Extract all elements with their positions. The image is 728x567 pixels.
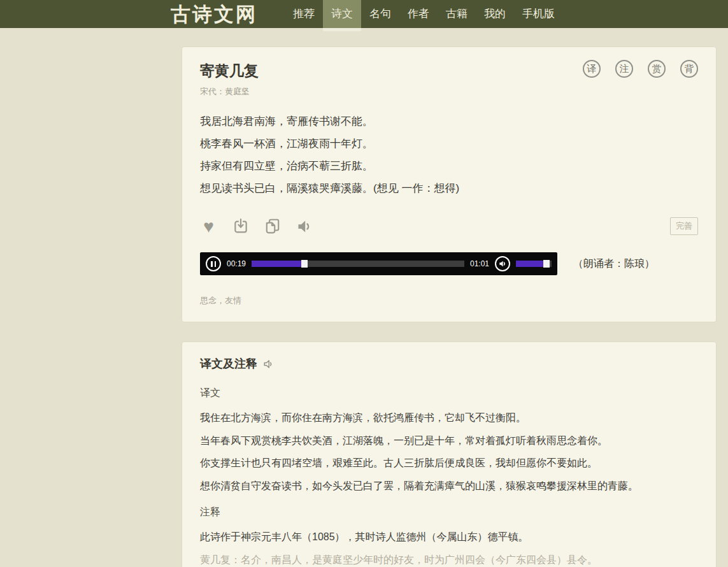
mute-button[interactable] — [495, 256, 510, 271]
play-audio-button[interactable] — [296, 218, 313, 235]
copy-button[interactable] — [264, 218, 281, 235]
nav-item[interactable]: 我的 — [476, 0, 514, 28]
current-time: 00:19 — [227, 259, 246, 268]
poem-line: 想见读书头已白，隔溪猿哭瘴溪藤。(想见 一作：想得) — [200, 177, 698, 199]
top-navbar: 古诗文网 推荐诗文名句作者古籍我的手机版 — [0, 0, 728, 28]
poem-action-row: ♥ 完善 — [200, 217, 698, 236]
translation-line: 当年春风下观赏桃李共饮美酒，江湖落魄，一别已是十年，常对着孤灯听着秋雨思念着你。 — [200, 429, 698, 452]
poem-line: 持家但有四立壁，治病不蕲三折肱。 — [200, 155, 698, 177]
poem-tags: 思念，友情 — [200, 295, 698, 306]
section-speaker-icon[interactable] — [262, 358, 275, 370]
poem-line: 我居北海君南海，寄雁传书谢不能。 — [200, 110, 698, 133]
progress-fill — [252, 261, 303, 267]
note-paragraphs: 此诗作于神宗元丰八年（1085），其时诗人监德州（今属山东）德平镇。黄几复：名介… — [200, 526, 698, 567]
translation-line: 我住在北方海滨，而你住在南方海滨，欲托鸿雁传书，它却飞不过衡阳。 — [200, 406, 698, 429]
site-logo[interactable]: 古诗文网 — [171, 0, 257, 28]
volume-fill — [516, 261, 545, 267]
subheading-translation: 译文 — [200, 387, 698, 400]
favorite-button[interactable]: ♥ — [200, 218, 217, 235]
audio-player-row: 00:19 01:01 （朗诵者：陈琅） — [200, 252, 698, 275]
download-icon — [232, 218, 249, 234]
dynasty-link[interactable]: 宋代 — [200, 87, 217, 96]
progress-track[interactable] — [252, 261, 464, 267]
pause-button[interactable] — [206, 256, 221, 271]
total-time: 01:01 — [470, 259, 489, 268]
nav-item[interactable]: 推荐 — [285, 0, 323, 28]
translation-line: 你支撑生计也只有四堵空墙，艰难至此。古人三折肱后便成良医，我却但愿你不要如此。 — [200, 452, 698, 475]
nav-item[interactable]: 手机版 — [514, 0, 563, 28]
poem-line: 桃李春风一杯酒，江湖夜雨十年灯。 — [200, 133, 698, 155]
copy-icon — [264, 218, 281, 234]
poem-body: 我居北海君南海，寄雁传书谢不能。桃李春风一杯酒，江湖夜雨十年灯。持家但有四立壁，… — [200, 110, 698, 199]
tag-item: 友情 — [225, 296, 241, 305]
speaker-icon — [296, 218, 313, 235]
poem-title: 寄黄几复 — [200, 62, 259, 79]
heart-icon: ♥ — [203, 218, 214, 235]
translation-card: 译文及注释 译文 我住在北方海滨，而你住在南方海滨，欲托鸿雁传书，它却飞不过衡阳… — [182, 341, 717, 567]
volume-track[interactable] — [516, 261, 552, 267]
seal-tool-button[interactable]: 注 — [615, 60, 633, 78]
tag-link[interactable]: 友情 — [225, 296, 241, 305]
nav-item[interactable]: 名句 — [361, 0, 399, 28]
tag-item: 思念， — [200, 296, 225, 305]
poem-meta: 宋代：黄庭坚 — [200, 86, 698, 97]
subheading-notes: 注释 — [200, 506, 698, 519]
author-link[interactable]: 黄庭坚 — [225, 87, 250, 96]
nav-item[interactable]: 作者 — [399, 0, 438, 28]
volume-handle[interactable] — [543, 260, 550, 268]
nav-menu: 推荐诗文名句作者古籍我的手机版 — [285, 0, 563, 28]
improve-button[interactable]: 完善 — [670, 217, 698, 235]
seal-tool-button[interactable]: 赏 — [648, 60, 666, 78]
poem-card: 寄黄几复 译注赏背 宋代：黄庭坚 我居北海君南海，寄雁传书谢不能。桃李春风一杯酒… — [182, 47, 717, 322]
download-button[interactable] — [232, 218, 249, 235]
pause-icon — [211, 261, 216, 267]
seal-tool-button[interactable]: 译 — [583, 60, 601, 78]
translation-paragraphs: 我住在北方海滨，而你住在南方海滨，欲托鸿雁传书，它却飞不过衡阳。当年春风下观赏桃… — [200, 406, 698, 497]
translation-line: 想你清贫自守发奋读书，如今头发已白了罢，隔着充满瘴气的山溪，猿猴哀鸣攀援深林里的… — [200, 475, 698, 498]
progress-handle[interactable] — [301, 260, 308, 268]
note-line: 黄几复：名介，南昌人，是黄庭坚少年时的好友，时为广州四会（今广东四会县）县令。 — [200, 549, 698, 567]
audio-player: 00:19 01:01 — [200, 252, 557, 275]
nav-item[interactable]: 古籍 — [438, 0, 476, 28]
nav-item[interactable]: 诗文 — [323, 0, 361, 28]
note-line: 此诗作于神宗元丰八年（1085），其时诗人监德州（今属山东）德平镇。 — [200, 526, 698, 549]
meta-separator: ： — [217, 87, 225, 96]
section-title: 译文及注释 — [200, 356, 257, 371]
tag-separator: ， — [217, 296, 225, 305]
seal-tool-button[interactable]: 背 — [680, 60, 698, 78]
tag-link[interactable]: 思念 — [200, 296, 217, 305]
poem-tools: 译注赏背 — [583, 60, 698, 78]
volume-icon — [498, 259, 507, 268]
reciter-note: （朗诵者：陈琅） — [573, 257, 655, 271]
